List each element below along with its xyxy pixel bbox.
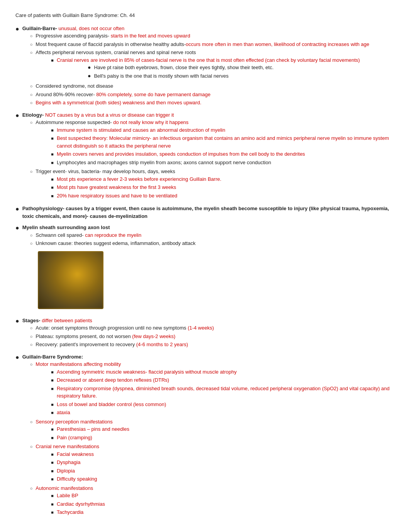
main-list: ●Guillain-Barre- unusual, does not occur… bbox=[15, 25, 395, 518]
square-list-item: ■Cardiac dysrhythmias bbox=[36, 500, 105, 508]
square-list-item: ■Loss of bowel and bladder control (less… bbox=[36, 401, 395, 408]
circle-list-item: ○Sensory perception manifestations■Pares… bbox=[22, 418, 395, 442]
square-list-item: ■Labile BP bbox=[36, 492, 105, 500]
dot-list-item: ●Bell's palsy is the one that is mostly … bbox=[57, 72, 360, 80]
square-list-item: ■Decreased or absent deep tendon reflexe… bbox=[36, 376, 395, 384]
main-bullet-icon: ● bbox=[15, 224, 19, 232]
square-list-item: ■Respiratory compromise (dyspnea, dimini… bbox=[36, 385, 395, 400]
circle-list-item: ○Autoimmune response suspected- do not r… bbox=[22, 119, 395, 167]
circle-list-item: ○Recovery: patient's improvement to reco… bbox=[22, 341, 395, 348]
square-bullet-icon: ■ bbox=[51, 127, 54, 134]
square-bullet-icon: ■ bbox=[51, 435, 54, 441]
square-list-item: ■Lymphocytes and macrophages strip myeli… bbox=[36, 159, 395, 167]
circle-bullet-icon: ○ bbox=[30, 92, 33, 98]
circle-bullet-icon: ○ bbox=[30, 240, 33, 247]
circle-list-item: ○Begins with a symmetrical (both sides) … bbox=[22, 99, 395, 107]
main-list-item: ●Myelin sheath surrounding axon lost○Sch… bbox=[15, 224, 395, 313]
square-bullet-icon: ■ bbox=[51, 160, 54, 166]
main-list-item: ●Guillain-Barre Syndrome:○Motor manifest… bbox=[15, 353, 395, 518]
main-bullet-icon: ● bbox=[15, 353, 19, 362]
circle-list-item: ○Autonomic manifestations■Labile BP■Card… bbox=[22, 484, 395, 517]
circle-bullet-icon: ○ bbox=[30, 100, 33, 106]
circle-list-item: ○Around 80%-90% recover- 80% completely,… bbox=[22, 91, 395, 99]
square-list-item: ■Dysphagia bbox=[36, 459, 99, 466]
square-bullet-icon: ■ bbox=[51, 369, 54, 376]
circle-bullet-icon: ○ bbox=[30, 33, 33, 39]
main-list-item: ●Guillain-Barre- unusual, does not occur… bbox=[15, 25, 395, 107]
square-list-item: ■Diplopia bbox=[36, 467, 99, 475]
square-list-item: ■20% have respiratory issues and have to… bbox=[36, 192, 221, 200]
main-list-item: ●Stages- differ between patients○Acute: … bbox=[15, 317, 395, 349]
circle-bullet-icon: ○ bbox=[30, 41, 33, 48]
circle-list-item: ○Unknown cause: theories suggest edema, … bbox=[22, 240, 395, 247]
square-bullet-icon: ■ bbox=[51, 193, 54, 199]
circle-bullet-icon: ○ bbox=[30, 83, 33, 90]
circle-list-item: ○Affects peripheral nervous system, cran… bbox=[22, 49, 395, 82]
square-bullet-icon: ■ bbox=[51, 493, 54, 499]
circle-list-item: ○Plateau: symptoms present, do not worse… bbox=[22, 333, 395, 340]
square-bullet-icon: ■ bbox=[51, 509, 54, 516]
square-list-item: ■Tachycardia bbox=[36, 508, 105, 516]
main-bullet-icon: ● bbox=[15, 25, 19, 33]
dot-bullet-icon: ● bbox=[88, 63, 91, 71]
square-list-item: ■Cranial nerves are involved in 85% of c… bbox=[36, 56, 360, 81]
square-list-item: ■Immune system is stimulated and causes … bbox=[36, 126, 395, 134]
circle-list-item: ○Cranial nerve manifestations■Facial wea… bbox=[22, 443, 395, 484]
circle-list-item: ○Acute: onset symptoms through progressi… bbox=[22, 324, 395, 332]
main-bullet-icon: ● bbox=[15, 205, 19, 213]
circle-bullet-icon: ○ bbox=[30, 333, 33, 340]
square-bullet-icon: ■ bbox=[51, 401, 54, 408]
square-list-item: ■Facial weakness bbox=[36, 450, 99, 458]
square-bullet-icon: ■ bbox=[51, 176, 54, 183]
main-content: ●Guillain-Barre- unusual, does not occur… bbox=[15, 25, 395, 518]
myelin-image bbox=[38, 251, 103, 309]
square-bullet-icon: ■ bbox=[51, 501, 54, 508]
circle-list-item: ○Progressive ascending paralysis- starts… bbox=[22, 32, 395, 40]
circle-list-item: ○Schwann cell spared- can reproduce the … bbox=[22, 231, 395, 239]
main-list-item: ●Pathophysiology- causes by a trigger ev… bbox=[15, 205, 395, 220]
circle-bullet-icon: ○ bbox=[30, 419, 33, 425]
square-bullet-icon: ■ bbox=[51, 451, 54, 458]
circle-bullet-icon: ○ bbox=[30, 361, 33, 368]
square-list-item: ■Most pts have greatest weakness for the… bbox=[36, 184, 221, 191]
circle-bullet-icon: ○ bbox=[30, 232, 33, 239]
circle-list-item: ○Most frequent cause of flaccid paralysi… bbox=[22, 41, 395, 48]
square-list-item: ■Best suspected theory: Molecular mimicr… bbox=[36, 134, 395, 150]
circle-list-item: ○Motor manifestations affecting mobility… bbox=[22, 360, 395, 417]
circle-bullet-icon: ○ bbox=[30, 342, 33, 348]
circle-bullet-icon: ○ bbox=[30, 325, 33, 331]
circle-bullet-icon: ○ bbox=[30, 444, 33, 450]
circle-bullet-icon: ○ bbox=[30, 119, 33, 126]
square-list-item: ■Difficulty speaking bbox=[36, 475, 99, 483]
square-bullet-icon: ■ bbox=[51, 468, 54, 474]
square-bullet-icon: ■ bbox=[51, 410, 54, 416]
circle-list-item: ○Considered syndrome, not disease bbox=[22, 82, 395, 90]
square-list-item: ■Ascending symmetric muscle weakness- fl… bbox=[36, 368, 395, 376]
square-bullet-icon: ■ bbox=[51, 57, 54, 64]
main-list-item: ●Etiology- NOT causes by a virus but a v… bbox=[15, 111, 395, 201]
main-bullet-icon: ● bbox=[15, 317, 19, 325]
circle-bullet-icon: ○ bbox=[30, 168, 33, 175]
square-list-item: ■ataxia bbox=[36, 409, 395, 416]
circle-list-item: ○Trigger event- virus, bacteria- may dev… bbox=[22, 168, 395, 200]
main-bullet-icon: ● bbox=[15, 111, 19, 120]
square-bullet-icon: ■ bbox=[51, 151, 54, 158]
square-list-item: ■Most pts experience a fever 2-3 weeks b… bbox=[36, 175, 221, 183]
square-bullet-icon: ■ bbox=[51, 476, 54, 483]
square-list-item: ■Paresthesias – pins and needles bbox=[36, 425, 129, 433]
square-bullet-icon: ■ bbox=[51, 184, 54, 191]
square-bullet-icon: ■ bbox=[51, 377, 54, 384]
circle-bullet-icon: ○ bbox=[30, 485, 33, 492]
page-title: Care of patients with Guillain Barre Syn… bbox=[15, 12, 395, 19]
square-bullet-icon: ■ bbox=[51, 459, 54, 466]
circle-bullet-icon: ○ bbox=[30, 49, 33, 56]
dot-bullet-icon: ● bbox=[88, 72, 91, 80]
square-list-item: ■Myelin covers nerves and provides insul… bbox=[36, 150, 395, 158]
square-bullet-icon: ■ bbox=[51, 135, 54, 142]
square-bullet-icon: ■ bbox=[51, 426, 54, 433]
square-list-item: ■Pain (cramping) bbox=[36, 434, 129, 442]
square-bullet-icon: ■ bbox=[51, 386, 54, 392]
dot-list-item: ●Have pt raise both eyebrows, frown, clo… bbox=[57, 64, 360, 71]
